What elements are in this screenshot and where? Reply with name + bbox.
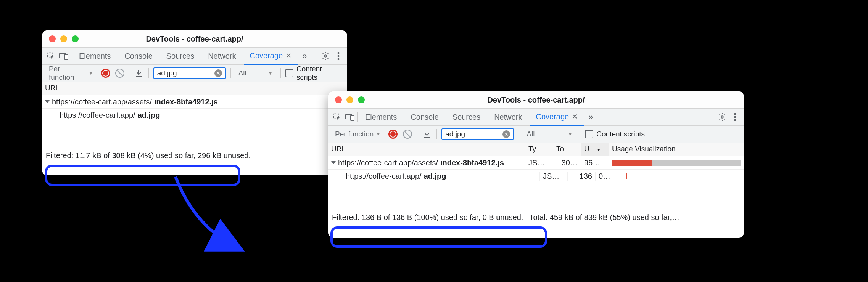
clear-input-icon[interactable]: ✕ — [502, 130, 510, 138]
export-button[interactable] — [134, 68, 143, 78]
granularity-select[interactable]: Per function ▼ — [46, 64, 96, 82]
settings-gear-icon[interactable] — [717, 111, 728, 123]
inspect-element-icon[interactable] — [45, 50, 56, 62]
content-scripts-checkbox[interactable]: Content scripts — [285, 65, 343, 82]
svg-point-10 — [721, 116, 723, 118]
col-type[interactable]: Ty… — [525, 143, 553, 156]
more-tabs-icon[interactable]: » — [585, 112, 596, 122]
col-unused[interactable]: U…▼ — [581, 143, 609, 156]
separator — [580, 129, 580, 139]
device-toolbar-icon[interactable] — [344, 111, 356, 123]
status-filtered: Filtered: 11.7 kB of 308 kB (4%) used so… — [46, 151, 251, 160]
devtools-window-left: DevTools - coffee-cart.app/ Elements Con… — [42, 30, 347, 175]
svg-rect-2 — [64, 54, 68, 59]
record-button[interactable] — [101, 68, 110, 78]
url-filter-value: ad.jpg — [445, 130, 465, 138]
clear-input-icon[interactable]: ✕ — [214, 69, 222, 77]
url-filter-input[interactable]: ad.jpg ✕ — [153, 67, 226, 79]
col-usage[interactable]: Usage Visualization — [609, 143, 744, 156]
table-row[interactable]: https://coffee-cart.app/ad.jpg JS… 136 0… — [328, 170, 744, 183]
cell-total: 30… — [553, 159, 581, 167]
devtools-window-right: DevTools - coffee-cart.app/ Elements Con… — [328, 91, 744, 238]
panel-tabs: Elements Console Sources Network Coverag… — [328, 109, 744, 126]
url-prefix: https://coffee-cart.app/ — [60, 111, 135, 120]
dropdown-triangle-icon: ▼ — [268, 70, 273, 76]
separator — [357, 112, 358, 122]
tab-network[interactable]: Network — [488, 109, 528, 125]
tab-elements[interactable]: Elements — [359, 109, 403, 125]
close-window-icon[interactable] — [335, 96, 342, 103]
cell-type: JS… — [525, 159, 553, 167]
usage-unused-segment — [652, 160, 741, 166]
tab-coverage[interactable]: Coverage ✕ — [244, 47, 298, 65]
svg-point-5 — [338, 55, 340, 57]
disclosure-triangle-icon[interactable] — [45, 100, 50, 103]
tab-coverage-label: Coverage — [250, 51, 283, 60]
content-scripts-checkbox[interactable]: Content scripts — [585, 130, 645, 138]
coverage-toolbar: Per function ▼ ad.jpg ✕ All ▼ Content sc… — [328, 126, 744, 143]
zoom-window-icon[interactable] — [72, 35, 79, 42]
disclosure-triangle-icon[interactable] — [331, 161, 336, 164]
separator — [436, 129, 437, 139]
traffic-lights — [42, 35, 79, 42]
separator — [230, 68, 231, 78]
url-highlight: ad.jpg — [138, 111, 160, 120]
tab-elements[interactable]: Elements — [73, 48, 117, 64]
titlebar[interactable]: DevTools - coffee-cart.app/ — [42, 30, 347, 48]
tab-console[interactable]: Console — [118, 48, 158, 64]
more-tabs-icon[interactable]: » — [299, 51, 310, 61]
inspect-element-icon[interactable] — [331, 111, 343, 123]
dropdown-triangle-icon: ▼ — [89, 70, 93, 76]
export-button[interactable] — [422, 129, 432, 139]
checkbox-icon — [585, 130, 593, 138]
url-prefix: https://coffee-cart.app/assets/ — [338, 159, 438, 167]
minimize-window-icon[interactable] — [346, 96, 353, 103]
kebab-menu-icon[interactable] — [730, 111, 741, 123]
record-button[interactable] — [388, 129, 398, 139]
tab-sources[interactable]: Sources — [160, 48, 200, 64]
coverage-table-header: URL Ty… To… U…▼ Usage Visualization — [328, 143, 744, 156]
url-prefix: https://coffee-cart.app/assets/ — [52, 98, 152, 106]
usage-used-segment — [626, 173, 627, 179]
content-scripts-label: Content scripts — [296, 65, 343, 82]
granularity-label: Per function — [335, 130, 374, 138]
row-spacer — [328, 183, 744, 210]
separator — [129, 68, 129, 78]
tab-network[interactable]: Network — [202, 48, 242, 64]
titlebar[interactable]: DevTools - coffee-cart.app/ — [328, 91, 744, 109]
clear-button[interactable] — [403, 129, 412, 139]
checkbox-icon — [285, 69, 293, 77]
table-row[interactable]: https://coffee-cart.app/assets/index-8bf… — [328, 156, 744, 170]
panel-tabs: Elements Console Sources Network Coverag… — [42, 48, 347, 65]
tab-console[interactable]: Console — [404, 109, 444, 125]
cell-unused: 0… — [596, 172, 623, 181]
col-url[interactable]: URL — [328, 143, 525, 156]
table-row[interactable]: https://coffee-cart.app/ad.jpg — [42, 109, 347, 122]
kebab-menu-icon[interactable] — [333, 50, 344, 62]
tab-coverage[interactable]: Coverage ✕ — [530, 108, 584, 126]
clear-button[interactable] — [115, 68, 124, 78]
cell-total: 136 — [568, 172, 596, 181]
record-icon — [101, 69, 110, 78]
window-title: DevTools - coffee-cart.app/ — [42, 35, 347, 43]
separator — [148, 68, 149, 78]
close-window-icon[interactable] — [49, 35, 56, 42]
close-icon[interactable]: ✕ — [572, 112, 578, 121]
table-row[interactable]: https://coffee-cart.app/assets/index-8bf… — [42, 95, 347, 109]
close-icon[interactable]: ✕ — [286, 51, 291, 60]
tab-coverage-label: Coverage — [536, 112, 569, 121]
minimize-window-icon[interactable] — [60, 35, 67, 42]
granularity-select[interactable]: Per function ▼ — [332, 129, 383, 139]
url-filter-input[interactable]: ad.jpg ✕ — [441, 128, 514, 140]
settings-gear-icon[interactable] — [320, 50, 331, 62]
type-filter-select[interactable]: All ▼ — [235, 68, 276, 78]
type-filter-select[interactable]: All ▼ — [523, 129, 575, 139]
col-total[interactable]: To… — [553, 143, 581, 156]
record-icon — [388, 130, 398, 139]
svg-point-12 — [734, 116, 736, 118]
tab-sources[interactable]: Sources — [446, 109, 486, 125]
separator — [519, 129, 519, 139]
device-toolbar-icon[interactable] — [58, 50, 69, 62]
zoom-window-icon[interactable] — [358, 96, 365, 103]
col-url[interactable]: URL — [42, 82, 347, 95]
